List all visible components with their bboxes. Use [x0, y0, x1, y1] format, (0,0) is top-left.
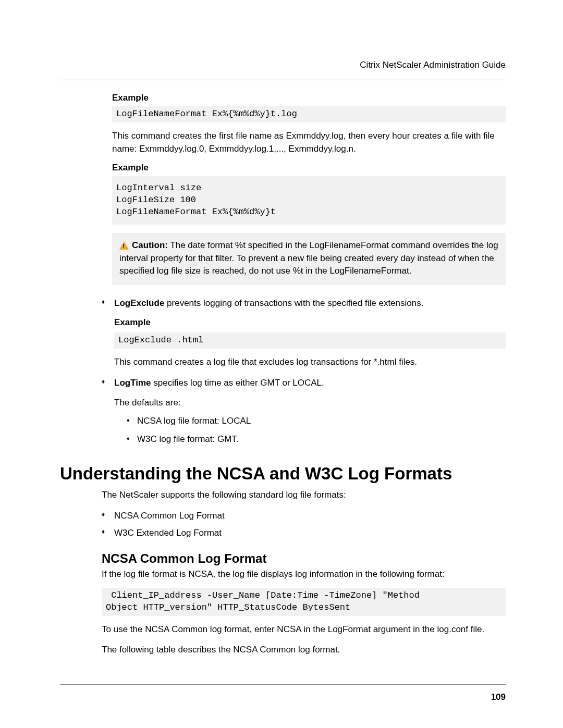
caution-label: Caution:: [132, 240, 168, 250]
paragraph: The following table describes the NCSA C…: [102, 644, 506, 657]
paragraph: To use the NCSA Common log format, enter…: [102, 623, 506, 636]
term-logtime: LogTime: [114, 378, 151, 388]
section-subheading: NCSA Common Log Format: [102, 551, 506, 566]
page-content: Example LogFileNameFormat Ex%{%m%d%y}t.l…: [60, 93, 506, 656]
code-block: LogExclude .html: [114, 332, 506, 349]
list-item: W3C log file format: GMT.: [127, 432, 506, 446]
list-item: NCSA log file format: LOCAL: [127, 414, 506, 428]
code-block: LogFileNameFormat Ex%{%m%d%y}t.log: [112, 106, 506, 122]
paragraph: This command creates the first file name…: [112, 130, 506, 155]
footer-rule: [60, 684, 506, 685]
list-item: NCSA Common Log Format: [102, 509, 506, 523]
example-block-1: Example LogFileNameFormat Ex%{%m%d%y}t.l…: [112, 93, 506, 285]
list-item: LogTime specifies log time as either GMT…: [102, 376, 506, 447]
list-item: W3C Extended Log Format: [102, 526, 506, 540]
desc-logtime: specifies log time as either GMT or LOCA…: [151, 378, 324, 388]
caution-text: The date format %t specified in the LogF…: [119, 240, 498, 276]
example-label: Example: [112, 163, 506, 173]
header-title: Citrix NetScaler Administration Guide: [60, 60, 506, 70]
example-label: Example: [112, 93, 506, 103]
paragraph: If the log file format is NCSA, the log …: [102, 568, 506, 581]
list-item: LogExclude prevents logging of transacti…: [102, 297, 506, 369]
paragraph: This command creates a log file that exc…: [114, 356, 506, 369]
caution-box: Caution: The date format %t specified in…: [112, 233, 506, 285]
code-block: Client_IP_address -User_Name [Date:Time …: [102, 588, 506, 616]
desc-logexclude: prevents logging of transactions with th…: [164, 298, 423, 308]
caution-icon: [119, 241, 129, 250]
dot-list: NCSA log file format: LOCAL W3C log file…: [127, 414, 506, 446]
code-block: LogInterval size LogFileSize 100 LogFile…: [112, 176, 506, 225]
header-rule: [60, 80, 506, 80]
document-page: Citrix NetScaler Administration Guide Ex…: [0, 0, 563, 728]
term-logexclude: LogExclude: [114, 298, 164, 308]
paragraph: The NetScaler supports the following sta…: [102, 489, 506, 502]
example-label: Example: [114, 316, 506, 329]
page-number: 109: [60, 692, 506, 702]
paragraph: The defaults are:: [114, 397, 506, 410]
bullet-list: LogExclude prevents logging of transacti…: [102, 297, 506, 446]
section-body: The NetScaler supports the following sta…: [102, 489, 506, 581]
section-heading: Understanding the NCSA and W3C Log Forma…: [60, 464, 506, 484]
bullet-list: NCSA Common Log Format W3C Extended Log …: [102, 509, 506, 540]
